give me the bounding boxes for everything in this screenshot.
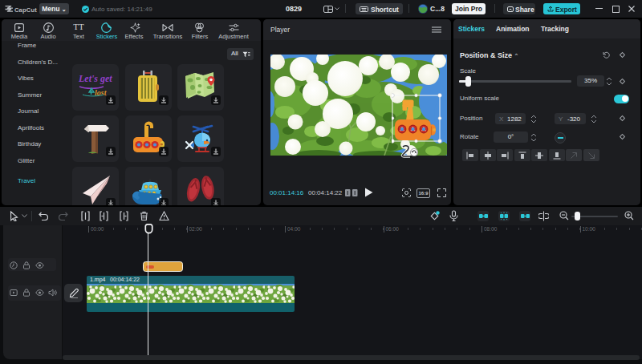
svg-text:Let's get: Let's get [78,73,112,84]
